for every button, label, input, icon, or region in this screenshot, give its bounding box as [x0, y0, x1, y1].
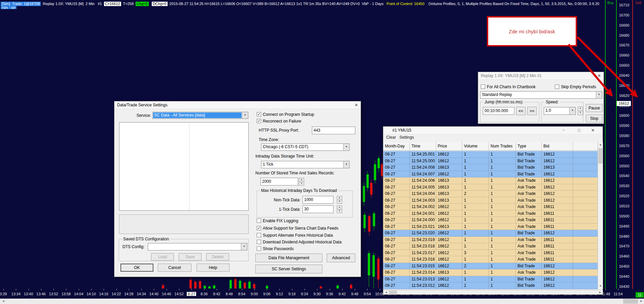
table-row[interactable]: 08-2711:54:24.0041661321Ask Trade16612	[383, 191, 598, 197]
data-file-management-button[interactable]: Data File Management	[255, 254, 322, 262]
scroll-left-icon[interactable]: ◄	[1, 299, 6, 304]
table-cell: 1	[489, 158, 516, 165]
tns-column-header[interactable]: Price	[436, 142, 462, 150]
table-row[interactable]: 08-2711:54:23.0121661211Bid Trade16612	[383, 282, 598, 289]
table-cell: 11:54:24.002	[410, 204, 436, 210]
tns-column-header[interactable]: Num Trades	[489, 142, 516, 150]
ok-button[interactable]: OK	[120, 264, 153, 272]
dividend-data-checkbox[interactable]	[257, 240, 261, 244]
save-button[interactable]: Save	[179, 253, 202, 261]
all-charts-checkbox[interactable]	[481, 85, 485, 89]
chevron-down-icon[interactable]: ▼	[343, 144, 349, 150]
buy-button[interactable]: Buy	[605, 1, 616, 5]
pause-button[interactable]: Pause	[586, 104, 603, 112]
close-icon[interactable]: ✕	[597, 73, 602, 78]
table-row[interactable]: 08-2711:54:24.0031661311Ask Trade16612	[383, 197, 598, 204]
sc-server-settings-button[interactable]: SC Server Settings	[255, 265, 322, 273]
one-tick-stepper[interactable]: ▲▼	[337, 205, 342, 213]
candlestick	[208, 286, 211, 289]
tns-column-header[interactable]: Volume	[462, 142, 489, 150]
table-row[interactable]: 08-2711:54:25.0011661211Bid Trade16612	[383, 151, 598, 158]
maximize-icon[interactable]: ▢	[576, 128, 582, 133]
scrollbar-thumb[interactable]	[623, 299, 638, 304]
stored-records-stepper[interactable]: ▲▼	[299, 178, 304, 185]
scroll-up-icon[interactable]: ▲	[598, 142, 603, 147]
scroll-left-icon[interactable]: ◄	[384, 290, 389, 295]
table-row[interactable]: 08-2711:54:23.0161661211Ask Trade16611	[383, 256, 598, 263]
table-cell: 1	[489, 250, 516, 257]
tns-column-header[interactable]: Time	[410, 142, 436, 150]
tns-column-header[interactable]: Bid	[542, 142, 573, 150]
fix-logging-checkbox[interactable]	[257, 218, 261, 223]
chart-horizontal-scrollbar[interactable]: ◄ ►	[0, 299, 644, 304]
tns-column-header[interactable]: Type	[516, 142, 542, 150]
scroll-right-icon[interactable]: ►	[598, 290, 603, 295]
jump-time-field[interactable]: 00:10:00.000	[483, 107, 514, 115]
scroll-right-icon[interactable]: ►	[639, 299, 644, 304]
scrollbar-thumb[interactable]	[389, 291, 397, 294]
close-icon[interactable]: ✕	[590, 128, 596, 133]
table-row[interactable]: 08-2711:54:23.0141661311Ask Trade16612	[383, 269, 598, 276]
table-row[interactable]: 08-2711:54:24.0001661211Ask Trade16611	[383, 217, 598, 224]
clear-menu-item[interactable]: Clear	[386, 135, 396, 140]
table-row[interactable]: 08-2711:54:24.0051661311Ask Trade16612	[383, 184, 598, 191]
load-button[interactable]: Load	[151, 253, 174, 261]
minimize-icon[interactable]: ─	[561, 128, 567, 133]
table-row[interactable]: 08-2711:54:24.0011661211Ask Trade16611	[383, 210, 598, 217]
table-row[interactable]: 08-2711:54:24.0061661311Ask Trade16612	[383, 177, 598, 184]
chevron-down-icon[interactable]: ▼	[596, 92, 602, 98]
non-tick-field[interactable]: 1000	[302, 196, 333, 204]
table-row[interactable]: 08-2711:54:23.0201661211Bid Trade16612	[383, 230, 598, 237]
table-row[interactable]: 08-2711:54:23.0181661211Ask Trade16611	[383, 243, 598, 250]
delete-button[interactable]: Delete	[206, 253, 229, 261]
price-scale-label: 16500	[617, 214, 631, 218]
stop-button[interactable]: Stop	[586, 114, 603, 123]
one-tick-field[interactable]: 30	[302, 205, 333, 213]
sell-button[interactable]: Sell	[633, 1, 643, 5]
connect-on-startup-checkbox[interactable]	[257, 112, 261, 116]
chevron-down-icon[interactable]: ▼	[242, 112, 248, 119]
skip-empty-checkbox[interactable]	[555, 85, 559, 89]
table-row[interactable]: 08-2711:54:23.0171661231Ask Trade16611	[383, 250, 598, 257]
sierra-feeds-checkbox[interactable]	[257, 226, 261, 230]
table-cell: 08-27	[383, 191, 410, 197]
intraday-unit-dropdown[interactable]: 1 Tick ▼	[261, 161, 350, 168]
show-passwords-checkbox[interactable]	[257, 246, 261, 251]
help-button[interactable]: Help	[196, 264, 229, 272]
jump-forward-button[interactable]: >>	[527, 107, 537, 115]
scroll-down-icon[interactable]: ▼	[598, 283, 603, 289]
table-row[interactable]: 08-2711:54:24.0071661211Bid Trade16612	[383, 171, 598, 178]
chevron-down-icon[interactable]: ▼	[569, 107, 575, 114]
replay-mode-dropdown[interactable]: Standard Replay ▼	[480, 91, 602, 99]
jump-back-button[interactable]: <<	[516, 107, 526, 115]
chevron-down-icon[interactable]: ▼	[241, 243, 247, 250]
forex-data-checkbox[interactable]	[257, 233, 261, 237]
stored-records-field[interactable]: 2000	[260, 178, 298, 185]
http-proxy-field[interactable]: 443	[312, 127, 355, 134]
speed-dropdown[interactable]: 1.0 ▼	[544, 107, 576, 115]
time-zone-dropdown[interactable]: Chicago (-6 CST/-5 CDT) ▼	[261, 143, 350, 151]
dts-config-dropdown[interactable]: ▼	[148, 243, 247, 250]
tns-column-header[interactable]: Month-Day	[383, 142, 410, 150]
table-row[interactable]: 08-2711:54:24.0081661311Bid Trade16613	[383, 164, 598, 171]
table-row[interactable]: 08-2711:54:23.0151661221Bid Trade16612	[383, 263, 598, 270]
table-row[interactable]: 08-2711:54:23.0191661211Ask Trade16611	[383, 237, 598, 243]
tns-vertical-scrollbar[interactable]: ▲ ▼	[598, 142, 603, 289]
table-row[interactable]: 08-2711:54:25.0001661211Bid Trade16612	[383, 158, 598, 165]
advanced-button[interactable]: Advanced	[327, 254, 355, 262]
scrollbar-thumb[interactable]	[598, 148, 603, 164]
reconnect-on-failure-checkbox[interactable]	[257, 119, 261, 123]
table-row[interactable]: 08-2711:54:23.0211661311Ask Trade16611	[383, 224, 598, 230]
non-tick-stepper[interactable]: ▲▼	[337, 196, 342, 204]
speed-stepper[interactable]: ▲▼	[578, 106, 583, 115]
cancel-button[interactable]: Cancel	[158, 264, 191, 272]
service-listbox[interactable]	[119, 122, 249, 211]
tns-horizontal-scrollbar[interactable]: ◄ ►	[383, 290, 603, 295]
service-dropdown[interactable]: SC Data - All Services [data] ▼	[152, 112, 248, 119]
settings-menu-item[interactable]: Settings	[399, 135, 414, 140]
table-cell: 08-27	[383, 177, 410, 184]
close-icon[interactable]: ✕	[354, 102, 359, 108]
table-row[interactable]: 08-2711:54:24.0021661211Ask Trade16611	[383, 204, 598, 210]
chevron-down-icon[interactable]: ▼	[343, 161, 349, 168]
table-row[interactable]: 08-2711:54:23.0131661211Bid Trade16612	[383, 276, 598, 283]
